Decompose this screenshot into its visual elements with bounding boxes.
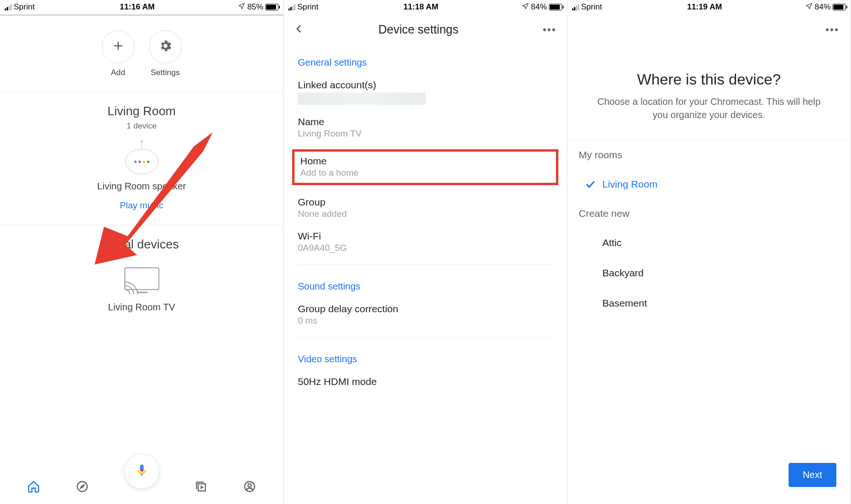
battery-icon — [833, 4, 846, 10]
add-label: Add — [111, 68, 125, 77]
battery-percent: 84% — [531, 2, 547, 12]
plus-icon — [111, 39, 125, 55]
gear-icon — [158, 39, 173, 55]
speaker-device[interactable]: Living Room speaker — [0, 140, 283, 192]
pane-choose-room: Sprint 11:19 AM 84% ••• Where is this de… — [567, 0, 851, 504]
linked-account-value-redacted — [298, 93, 426, 105]
cell-signal-icon — [288, 4, 295, 10]
next-button[interactable]: Next — [789, 463, 836, 487]
room-option-living-room[interactable]: Living Room — [567, 169, 851, 199]
setting-hdmi-mode[interactable]: 50Hz HDMI mode — [298, 376, 553, 387]
section-video-settings: Video settings — [298, 354, 553, 365]
location-icon — [238, 2, 245, 12]
status-time: 11:18 AM — [403, 2, 438, 12]
setting-home-highlighted[interactable]: Home Add to a home — [292, 149, 558, 185]
nav-account[interactable] — [243, 480, 256, 495]
name-label: Name — [298, 116, 553, 128]
setting-linked-accounts[interactable]: Linked account(s) — [298, 79, 553, 105]
speaker-label: Living Room speaker — [97, 181, 186, 192]
pane-device-settings: Sprint 11:18 AM 84% Device settings ••• … — [284, 0, 567, 504]
group-label: Group — [298, 196, 553, 208]
page-heading: Where is this device? — [591, 71, 827, 88]
room-option-backyard[interactable]: Backyard — [567, 258, 851, 288]
settings-label: Settings — [151, 68, 180, 77]
room-option-label: Basement — [602, 298, 647, 309]
delay-label: Group delay correction — [298, 303, 553, 315]
name-value: Living Room TV — [298, 128, 553, 139]
setting-group-delay[interactable]: Group delay correction 0 ms — [298, 303, 553, 326]
cell-signal-icon — [572, 4, 579, 10]
room-device-count: 1 device — [0, 121, 283, 131]
bottom-nav — [0, 471, 283, 504]
chromecast-device[interactable]: Living Room TV — [0, 266, 283, 313]
setting-wifi[interactable]: Wi-Fi 0A9A40_5G — [298, 231, 553, 253]
battery-percent: 84% — [815, 2, 831, 12]
delay-value: 0 ms — [298, 316, 553, 326]
more-menu-button[interactable]: ••• — [543, 24, 556, 36]
linked-accounts-label: Linked account(s) — [298, 79, 553, 91]
status-bar: Sprint 11:19 AM 84% — [567, 0, 851, 14]
page-subheading: Choose a location for your Chromecast. T… — [591, 95, 827, 121]
divider — [298, 265, 553, 265]
battery-icon — [549, 4, 562, 10]
room-title: Living Room — [0, 104, 283, 119]
checkmark-icon — [579, 179, 602, 190]
setting-name[interactable]: Name Living Room TV — [298, 116, 553, 139]
svg-point-7 — [248, 484, 251, 487]
nav-home[interactable] — [27, 480, 40, 495]
status-bar: Sprint 11:18 AM 84% — [284, 0, 567, 14]
room-option-label: Backyard — [602, 267, 644, 279]
svg-point-4 — [77, 482, 87, 492]
more-menu-button[interactable]: ••• — [825, 24, 839, 36]
home-label: Home — [300, 155, 550, 167]
add-button[interactable]: Add — [102, 30, 135, 77]
header-divider — [0, 14, 283, 16]
section-my-rooms: My rooms — [567, 140, 851, 169]
room-option-label: Living Room — [602, 179, 658, 190]
home-value: Add to a home — [300, 168, 550, 178]
carrier-label: Sprint — [14, 2, 35, 12]
location-icon — [805, 2, 813, 12]
page-title: Device settings — [294, 23, 543, 36]
carrier-label: Sprint — [581, 2, 602, 12]
carrier-label: Sprint — [297, 2, 318, 12]
room-option-basement[interactable]: Basement — [567, 288, 851, 318]
cell-signal-icon — [5, 4, 12, 10]
setting-group[interactable]: Group None added — [298, 196, 553, 219]
settings-button[interactable]: Settings — [149, 30, 182, 77]
pane-home: Sprint 11:16 AM 85% Add Settings Living … — [0, 0, 284, 504]
svg-rect-0 — [125, 268, 159, 290]
battery-percent: 85% — [247, 2, 263, 12]
local-devices-title: Local devices — [0, 237, 283, 252]
section-sound-settings: Sound settings — [298, 281, 553, 292]
status-time: 11:16 AM — [120, 2, 155, 12]
group-value: None added — [298, 209, 553, 219]
wifi-label: Wi-Fi — [298, 231, 553, 242]
status-bar: Sprint 11:16 AM 85% — [0, 0, 283, 14]
chromecast-icon — [123, 266, 161, 296]
section-create-new: Create new — [567, 199, 851, 228]
divider — [298, 337, 553, 338]
battery-icon — [265, 4, 278, 10]
tv-label: Living Room TV — [108, 302, 175, 313]
hdmi-label: 50Hz HDMI mode — [298, 376, 553, 387]
status-time: 11:19 AM — [687, 2, 722, 12]
room-option-attic[interactable]: Attic — [567, 228, 851, 258]
location-icon — [521, 2, 529, 12]
nav-media[interactable] — [194, 480, 208, 495]
section-general-settings: General settings — [298, 57, 553, 68]
room-option-label: Attic — [602, 237, 622, 248]
play-music-link[interactable]: Play music — [0, 200, 283, 211]
nav-discover[interactable] — [76, 480, 89, 495]
wifi-value: 0A9A40_5G — [298, 243, 553, 253]
google-home-icon — [125, 149, 158, 174]
